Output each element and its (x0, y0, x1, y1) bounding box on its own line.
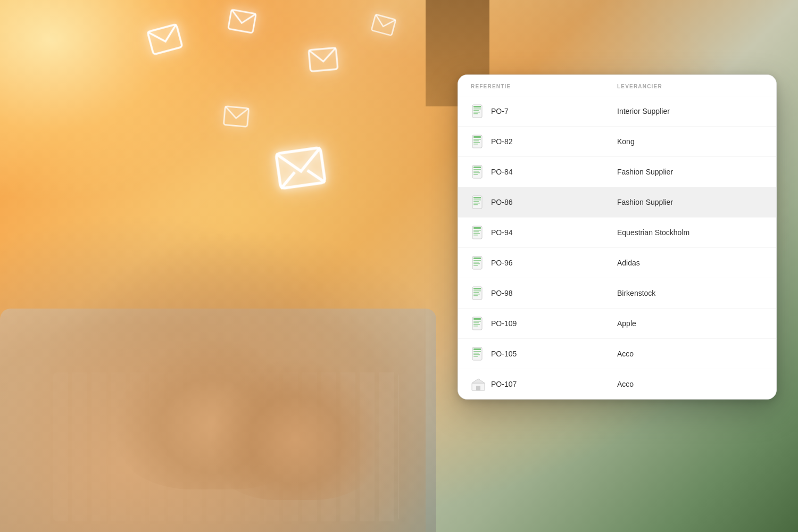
svg-rect-45 (473, 288, 481, 289)
svg-rect-23 (473, 171, 479, 172)
ref-value: PO-96 (491, 259, 512, 267)
hand-right (202, 351, 388, 500)
floating-email-2 (227, 9, 257, 34)
svg-rect-9 (473, 106, 481, 107)
table-row[interactable]: PO-7 Interior Supplier (458, 96, 776, 127)
svg-rect-41 (473, 262, 479, 263)
document-icon (471, 134, 486, 149)
svg-rect-29 (473, 201, 479, 202)
svg-rect-1 (228, 10, 256, 33)
svg-rect-59 (473, 353, 479, 354)
ref-cell: PO-82 (471, 134, 617, 149)
supplier-value: Interior Supplier (617, 107, 763, 115)
svg-rect-37 (473, 235, 478, 236)
svg-rect-46 (473, 290, 481, 292)
svg-rect-18 (473, 142, 480, 143)
warehouse-icon (471, 377, 486, 392)
svg-rect-39 (473, 257, 481, 259)
ref-value: PO-7 (491, 107, 509, 115)
supplier-value: Fashion Supplier (617, 198, 763, 206)
supplier-value: Adidas (617, 259, 763, 267)
svg-rect-19 (473, 144, 478, 145)
svg-rect-55 (473, 326, 478, 327)
ref-cell: PO-105 (471, 346, 617, 361)
svg-rect-24 (473, 172, 480, 173)
supplier-value: Apple (617, 319, 763, 328)
document-icon (471, 195, 486, 210)
table-row[interactable]: PO-96 Adidas (458, 248, 776, 278)
ref-value: PO-105 (491, 350, 517, 358)
svg-rect-22 (473, 169, 481, 170)
svg-rect-17 (473, 140, 479, 142)
ref-value: PO-82 (491, 137, 512, 146)
ref-value: PO-107 (491, 380, 517, 388)
ref-cell: PO-107 (471, 377, 617, 392)
supplier-value: Acco (617, 380, 763, 388)
ref-cell: PO-94 (471, 225, 617, 240)
svg-rect-53 (473, 322, 479, 323)
col-header-leverancier: LEVERANCIER (617, 84, 763, 89)
svg-rect-12 (473, 112, 480, 113)
supplier-value: Birkenstock (617, 289, 763, 297)
svg-rect-4 (276, 147, 325, 188)
ref-cell: PO-98 (471, 286, 617, 301)
svg-rect-57 (473, 348, 481, 350)
svg-rect-36 (473, 233, 480, 234)
svg-rect-25 (473, 174, 478, 175)
svg-rect-31 (473, 204, 478, 205)
table-row[interactable]: PO-86 Fashion Supplier (458, 187, 776, 218)
svg-rect-27 (473, 197, 481, 198)
document-icon (471, 346, 486, 361)
table-row[interactable]: PO-82 Kong (458, 127, 776, 157)
svg-marker-63 (472, 379, 485, 383)
svg-rect-64 (476, 386, 480, 390)
ref-cell: PO-86 (471, 195, 617, 210)
document-icon (471, 255, 486, 270)
svg-rect-30 (473, 203, 480, 204)
svg-rect-35 (473, 231, 479, 232)
ref-cell: PO-7 (471, 104, 617, 119)
table-row[interactable]: PO-94 Equestrian Stockholm (458, 218, 776, 248)
svg-rect-28 (473, 200, 481, 201)
svg-rect-51 (473, 318, 481, 320)
svg-rect-16 (473, 139, 481, 140)
svg-rect-21 (473, 167, 481, 168)
window-light (0, 0, 255, 202)
svg-rect-15 (473, 136, 481, 138)
ref-value: PO-94 (491, 228, 512, 237)
table-panel: REFERENTIE LEVERANCIER PO-7 Inte (458, 74, 777, 400)
ref-cell: PO-84 (471, 164, 617, 179)
table-row[interactable]: PO-109 Apple (458, 309, 776, 339)
svg-rect-33 (473, 227, 481, 229)
svg-rect-10 (473, 109, 481, 110)
supplier-value: Acco (617, 350, 763, 358)
col-header-referentie: REFERENTIE (471, 84, 617, 89)
ref-value: PO-98 (491, 289, 512, 297)
floating-email-3 (307, 47, 339, 73)
svg-rect-54 (473, 324, 480, 325)
table-body: PO-7 Interior Supplier PO-82 (458, 96, 776, 399)
table-row[interactable]: PO-107 Acco (458, 369, 776, 399)
supplier-value: Kong (617, 137, 763, 146)
floating-email-6 (222, 105, 250, 128)
svg-rect-13 (473, 113, 478, 114)
svg-rect-43 (473, 265, 478, 266)
document-icon (471, 225, 486, 240)
svg-rect-11 (473, 110, 479, 111)
ref-value: PO-86 (491, 198, 512, 206)
ref-value: PO-84 (491, 168, 512, 176)
document-icon (471, 164, 486, 179)
svg-rect-42 (473, 263, 480, 264)
svg-rect-49 (473, 295, 478, 296)
document-icon (471, 316, 486, 331)
table-row[interactable]: PO-98 Birkenstock (458, 278, 776, 309)
table-row[interactable]: PO-84 Fashion Supplier (458, 157, 776, 187)
document-icon (471, 104, 486, 119)
table-row[interactable]: PO-105 Acco (458, 339, 776, 369)
floating-email-5 (274, 146, 327, 190)
svg-rect-52 (473, 321, 481, 322)
svg-rect-61 (473, 356, 478, 357)
document-icon (471, 286, 486, 301)
ref-value: PO-109 (491, 319, 517, 328)
svg-rect-34 (473, 230, 481, 231)
